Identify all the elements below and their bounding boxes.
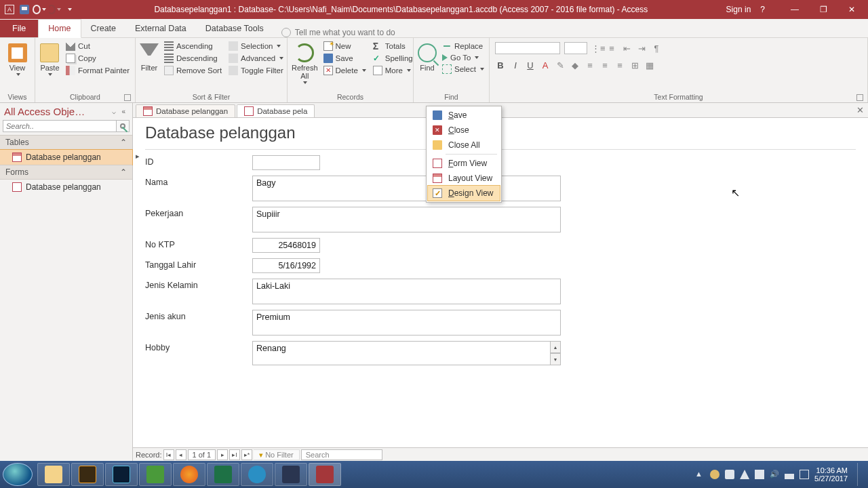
format-painter-button[interactable]: Format Painter: [64, 65, 131, 76]
field-jk[interactable]: Laki-Laki: [252, 279, 561, 304]
tell-me-box[interactable]: Tell me what you want to do: [281, 28, 395, 37]
toggle-filter-button[interactable]: Toggle Filter: [227, 65, 285, 76]
font-size-select[interactable]: [564, 42, 587, 54]
delete-button[interactable]: Delete: [322, 65, 368, 76]
nav-collapse-icon[interactable]: «: [121, 108, 125, 115]
spelling-button[interactable]: ✓Spelling: [372, 53, 414, 64]
doc-tab-form[interactable]: Database pela: [237, 104, 315, 117]
field-pekerjaan[interactable]: Supiiir: [252, 207, 561, 232]
qat-save-button[interactable]: [18, 3, 31, 16]
bullets-button[interactable]: ⋮≡: [591, 43, 602, 54]
ctx-form-view[interactable]: Form View: [428, 156, 500, 171]
field-noktp[interactable]: 25468019: [252, 238, 320, 253]
highlight-button[interactable]: ✎: [555, 60, 566, 70]
signin-link[interactable]: Sign in: [726, 5, 751, 14]
ctx-close[interactable]: Close: [428, 123, 500, 138]
field-hobby[interactable]: Renang▲▼: [252, 341, 561, 365]
font-color-button[interactable]: A: [540, 60, 551, 70]
task-excel[interactable]: [207, 463, 239, 486]
tab-file[interactable]: File: [0, 20, 38, 37]
tray-location-icon[interactable]: [740, 470, 749, 479]
task-firefox[interactable]: [173, 463, 205, 486]
rec-last-button[interactable]: ▸I: [229, 449, 240, 460]
ascending-button[interactable]: Ascending: [163, 41, 223, 52]
underline-button[interactable]: U: [525, 60, 536, 70]
tray-volume-icon[interactable]: 🔊: [770, 470, 779, 479]
replace-button[interactable]: Replace: [441, 41, 486, 52]
rec-new-button[interactable]: ▸*: [241, 449, 252, 460]
task-app1[interactable]: [241, 463, 273, 486]
alt-row-color-button[interactable]: ▦: [644, 60, 655, 70]
new-record-button[interactable]: New: [322, 41, 368, 52]
dec-indent-button[interactable]: ⇤: [621, 43, 632, 54]
filter-button[interactable]: Filter: [140, 41, 159, 72]
start-button[interactable]: [3, 463, 33, 486]
italic-button[interactable]: I: [510, 60, 521, 70]
tray-flag-icon[interactable]: [755, 470, 764, 479]
save-record-button[interactable]: Save: [322, 53, 368, 64]
task-illustrator[interactable]: [71, 463, 104, 486]
help-button[interactable]: ?: [760, 5, 765, 14]
tray-weather-icon[interactable]: [710, 470, 719, 479]
nav-table-item[interactable]: Database pelanggan: [0, 150, 132, 165]
tab-external-data[interactable]: External Data: [125, 20, 196, 37]
qat-customize-button[interactable]: [62, 3, 76, 16]
tab-home[interactable]: Home: [38, 19, 81, 38]
field-id[interactable]: [252, 155, 320, 170]
rec-position[interactable]: 1 of 1: [188, 449, 216, 460]
task-coreldraw[interactable]: [139, 463, 172, 486]
ltr-button[interactable]: ¶: [651, 43, 662, 54]
descending-button[interactable]: Descending: [163, 53, 223, 64]
ctx-layout-view[interactable]: Layout View: [428, 171, 500, 186]
font-name-select[interactable]: [495, 42, 560, 54]
align-right-button[interactable]: ≡: [614, 60, 625, 70]
qat-redo-button[interactable]: [47, 3, 61, 16]
ctx-close-all[interactable]: Close All: [428, 138, 500, 152]
qat-undo-button[interactable]: [33, 3, 46, 16]
remove-sort-button[interactable]: Remove Sort: [163, 65, 223, 76]
nav-title[interactable]: All Access Obje…: [4, 106, 109, 117]
minimize-button[interactable]: —: [781, 1, 808, 18]
scroll-down-button[interactable]: ▼: [550, 353, 561, 365]
selection-button[interactable]: Selection: [227, 41, 285, 52]
rec-filter-indicator[interactable]: ▾ No Filter: [254, 449, 300, 460]
nav-search-button[interactable]: [116, 120, 130, 132]
nav-category-tables[interactable]: Tables⌃: [0, 135, 132, 150]
bold-button[interactable]: B: [495, 60, 506, 70]
task-photoshop[interactable]: [105, 463, 138, 486]
nav-search-input[interactable]: [3, 120, 116, 132]
tab-database-tools[interactable]: Database Tools: [196, 20, 273, 37]
nav-dropdown-icon[interactable]: ⌵: [112, 108, 116, 115]
cut-button[interactable]: Cut: [64, 41, 131, 52]
paste-button[interactable]: Paste: [39, 41, 60, 76]
close-button[interactable]: ✕: [838, 1, 865, 18]
show-desktop-button[interactable]: [857, 463, 864, 486]
gridlines-button[interactable]: ⊞: [629, 60, 640, 70]
tray-onedrive-icon[interactable]: [725, 470, 734, 479]
tray-show-hidden-icon[interactable]: ▲: [695, 470, 705, 479]
goto-button[interactable]: Go To: [441, 53, 486, 62]
record-selector-icon[interactable]: [136, 151, 142, 159]
task-app2[interactable]: [275, 463, 307, 486]
tray-clock[interactable]: 10:36 AM5/27/2017: [814, 466, 848, 483]
task-access[interactable]: [309, 463, 341, 486]
nav-form-item[interactable]: Database pelanggan: [0, 180, 132, 195]
rec-search-box[interactable]: Search: [301, 449, 382, 460]
more-button[interactable]: More: [372, 65, 414, 76]
nav-category-forms[interactable]: Forms⌃: [0, 165, 132, 180]
field-tgl[interactable]: 5/16/1992: [252, 258, 320, 273]
totals-button[interactable]: ΣTotals: [372, 41, 414, 52]
numbering-button[interactable]: ≡: [606, 43, 617, 54]
align-left-button[interactable]: ≡: [585, 60, 595, 70]
ctx-save[interactable]: Save: [428, 108, 500, 123]
tray-network-icon[interactable]: [785, 470, 794, 479]
scroll-up-button[interactable]: ▲: [550, 341, 561, 353]
refresh-all-button[interactable]: Refresh All: [292, 41, 318, 84]
field-akun[interactable]: Premium: [252, 310, 561, 336]
field-nama[interactable]: Bagy: [252, 176, 561, 201]
find-button[interactable]: Find: [418, 41, 437, 72]
rec-next-button[interactable]: ▸: [217, 449, 228, 460]
task-explorer[interactable]: [37, 463, 70, 486]
restore-button[interactable]: ❐: [810, 1, 837, 18]
inc-indent-button[interactable]: ⇥: [636, 43, 647, 54]
